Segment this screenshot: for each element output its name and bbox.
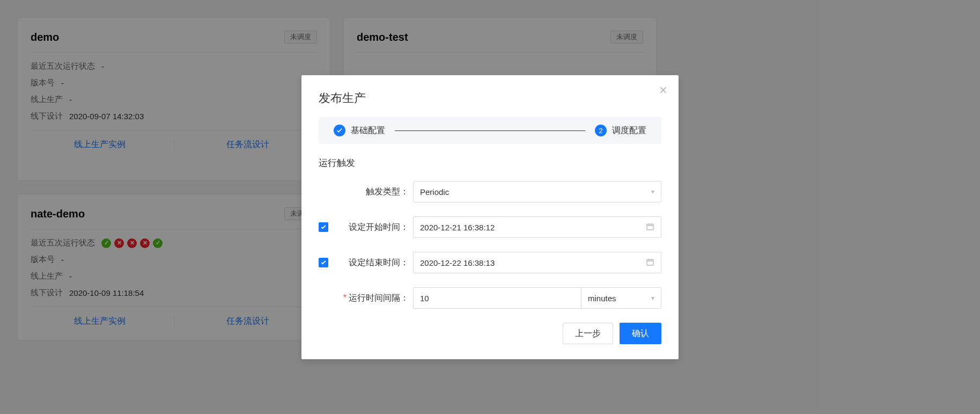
modal-overlay[interactable]: ✕ 发布生产 基础配置 2 调度配置 运行触发 触发类型： Periodic [0, 0, 980, 414]
trigger-type-value: Periodic [420, 187, 449, 197]
svg-rect-0 [647, 224, 653, 230]
check-icon [334, 125, 345, 136]
start-time-input[interactable]: 2020-12-21 16:38:12 [413, 216, 661, 238]
steps-bar: 基础配置 2 调度配置 [319, 117, 661, 144]
trigger-type-label: 触发类型： [338, 186, 413, 198]
end-time-checkbox[interactable] [319, 258, 328, 267]
svg-rect-1 [647, 259, 653, 265]
trigger-type-row: 触发类型： Periodic ▾ [319, 181, 661, 202]
step-1: 基础配置 [334, 125, 385, 136]
confirm-button[interactable]: 确认 [620, 323, 661, 344]
start-time-value: 2020-12-21 16:38:12 [420, 223, 495, 232]
trigger-type-select[interactable]: Periodic ▾ [413, 181, 661, 202]
publish-modal: ✕ 发布生产 基础配置 2 调度配置 运行触发 触发类型： Periodic [301, 75, 679, 359]
close-icon[interactable]: ✕ [659, 85, 668, 96]
end-time-input[interactable]: 2020-12-22 16:38:13 [413, 252, 661, 273]
end-time-label: 设定结束时间： [338, 257, 413, 268]
start-time-checkbox[interactable] [319, 222, 328, 232]
interval-value: 10 [420, 294, 429, 303]
step-number-icon: 2 [595, 125, 607, 136]
modal-title: 发布生产 [319, 90, 661, 106]
interval-unit-select[interactable]: minutes ▾ [581, 287, 661, 309]
start-time-label: 设定开始时间： [338, 222, 413, 233]
step-1-label: 基础配置 [351, 125, 385, 136]
end-time-value: 2020-12-22 16:38:13 [420, 258, 495, 267]
prev-button[interactable]: 上一步 [563, 323, 613, 344]
step-2: 2 调度配置 [595, 125, 646, 136]
calendar-icon [646, 222, 654, 233]
interval-label: *运行时间间隔： [338, 293, 413, 304]
step-connector [395, 130, 585, 131]
modal-footer: 上一步 确认 [319, 323, 661, 344]
start-time-row: 设定开始时间： 2020-12-21 16:38:12 [319, 216, 661, 238]
calendar-icon [646, 258, 654, 268]
interval-input[interactable]: 10 [413, 287, 581, 309]
end-time-row: 设定结束时间： 2020-12-22 16:38:13 [319, 252, 661, 273]
chevron-down-icon: ▾ [651, 294, 654, 302]
interval-unit-value: minutes [588, 294, 616, 303]
section-title: 运行触发 [319, 157, 661, 169]
step-2-label: 调度配置 [612, 125, 646, 136]
interval-row: *运行时间间隔： 10 minutes ▾ [319, 287, 661, 309]
chevron-down-icon: ▾ [651, 188, 654, 195]
